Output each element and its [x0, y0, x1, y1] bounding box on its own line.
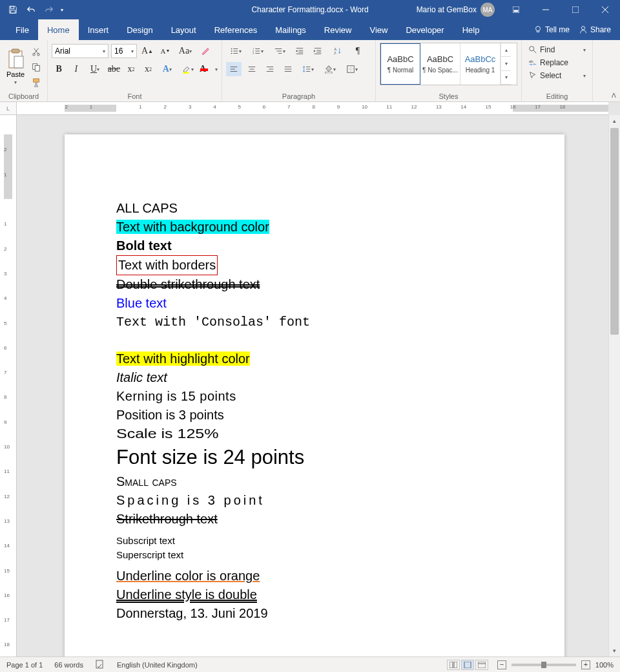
- tab-review[interactable]: Review: [315, 19, 361, 40]
- copy-button[interactable]: [30, 61, 43, 74]
- qat-customize-icon[interactable]: ▾: [61, 7, 63, 13]
- line-spacing[interactable]: Spacing is 3 point: [116, 491, 513, 510]
- line-italic[interactable]: Italic text: [116, 368, 513, 387]
- decrease-indent-button[interactable]: [292, 44, 307, 58]
- show-hide-button[interactable]: ¶: [350, 44, 366, 58]
- line-highlight[interactable]: Text with highlight color: [116, 352, 250, 366]
- paste-dropdown-icon[interactable]: ▾: [14, 79, 17, 85]
- spelling-check-icon[interactable]: [95, 660, 105, 670]
- line-fs24[interactable]: Font size is 24 points: [116, 443, 513, 472]
- line-blue[interactable]: Blue text: [116, 294, 513, 313]
- user-badge[interactable]: Mario at GemBox MA: [417, 3, 495, 17]
- paste-label[interactable]: Paste: [6, 70, 25, 78]
- tab-layout[interactable]: Layout: [162, 19, 205, 40]
- cut-button[interactable]: [30, 45, 43, 58]
- tab-developer[interactable]: Developer: [397, 19, 453, 40]
- web-layout-button[interactable]: [475, 660, 488, 670]
- scroll-up-button[interactable]: ▴: [609, 115, 620, 127]
- style-no-spacing[interactable]: AaBbC ¶ No Spac...: [420, 43, 460, 85]
- tab-file[interactable]: File: [6, 19, 38, 40]
- font-size-combo[interactable]: 16▾: [111, 44, 137, 58]
- styles-expand[interactable]: ▾: [501, 71, 511, 85]
- scroll-thumb[interactable]: [610, 128, 619, 335]
- document-scroll-area[interactable]: ALL CAPS Text with background color Bold…: [17, 115, 608, 656]
- line-strike[interactable]: Strikethrough text: [116, 510, 513, 529]
- zoom-thumb[interactable]: [541, 662, 546, 668]
- close-button[interactable]: [590, 0, 620, 19]
- language[interactable]: English (United Kingdom): [117, 661, 198, 669]
- find-button[interactable]: Find▾: [526, 44, 588, 56]
- tab-help[interactable]: Help: [453, 19, 489, 40]
- maximize-button[interactable]: [561, 0, 590, 19]
- select-button[interactable]: Select▾: [526, 70, 588, 81]
- styles-scroll-down[interactable]: ▾: [501, 57, 511, 70]
- line-consolas[interactable]: Text with 'Consolas' font: [116, 313, 513, 331]
- replace-button[interactable]: ab Replace: [526, 57, 588, 68]
- justify-button[interactable]: [280, 62, 296, 76]
- read-mode-button[interactable]: [447, 660, 460, 670]
- tab-mailings[interactable]: Mailings: [266, 19, 315, 40]
- minimize-button[interactable]: [531, 0, 561, 19]
- line-smallcaps[interactable]: Small caps: [116, 472, 513, 491]
- font-name-combo[interactable]: Arial▾: [52, 44, 108, 58]
- share-button[interactable]: Share: [579, 25, 611, 34]
- page-info[interactable]: Page 1 of 1: [6, 661, 43, 669]
- horizontal-ruler[interactable]: 21123456789101112131415161718: [17, 102, 608, 115]
- decrease-font-size-button[interactable]: A▼: [158, 44, 173, 58]
- bullets-button[interactable]: ▾: [226, 44, 245, 58]
- line-bg-color[interactable]: Text with background color: [116, 220, 269, 234]
- style-heading-1[interactable]: AaBbCc Heading 1: [460, 43, 501, 85]
- line-underline-orange[interactable]: Underline color is orange: [116, 567, 513, 585]
- bold-button[interactable]: B: [52, 62, 67, 76]
- numbering-button[interactable]: 123▾: [248, 44, 267, 58]
- align-right-button[interactable]: [262, 62, 278, 76]
- line-double-strike[interactable]: Double strikethrough text: [116, 275, 513, 294]
- strikethrough-button[interactable]: abc: [107, 62, 121, 76]
- line-kerning[interactable]: Kerning is 15 points: [116, 387, 513, 406]
- paste-icon[interactable]: [6, 48, 25, 69]
- tab-insert[interactable]: Insert: [79, 19, 118, 40]
- document-page[interactable]: ALL CAPS Text with background color Bold…: [65, 134, 564, 656]
- vertical-ruler[interactable]: 2112345678910111213141516171819: [0, 115, 17, 656]
- tell-me-search[interactable]: Tell me: [533, 25, 570, 34]
- undo-button[interactable]: [25, 3, 37, 16]
- font-color-button[interactable]: A▾: [200, 62, 218, 76]
- line-underline-double[interactable]: Underline style is double: [116, 585, 513, 604]
- print-layout-button[interactable]: [461, 660, 474, 670]
- highlight-button[interactable]: ▾: [179, 62, 197, 76]
- increase-indent-button[interactable]: [310, 44, 326, 58]
- ribbon-display-options-button[interactable]: [501, 0, 531, 19]
- subscript-button[interactable]: x2: [124, 62, 139, 76]
- tab-view[interactable]: View: [360, 19, 397, 40]
- line-position[interactable]: Position is 3 points: [116, 406, 513, 425]
- shading-button[interactable]: ▾: [320, 62, 340, 76]
- redo-button[interactable]: [43, 3, 56, 16]
- ruler-corner[interactable]: L: [0, 102, 17, 115]
- zoom-slider[interactable]: [512, 664, 576, 666]
- align-left-button[interactable]: [226, 62, 242, 76]
- tab-home[interactable]: Home: [38, 19, 79, 40]
- text-effects-button[interactable]: A▾: [158, 62, 176, 76]
- italic-button[interactable]: I: [69, 62, 84, 76]
- line-all-caps[interactable]: ALL CAPS: [116, 199, 513, 218]
- clear-formatting-button[interactable]: [198, 44, 213, 58]
- styles-scroll-up[interactable]: ▴: [501, 43, 511, 57]
- borders-button[interactable]: ▾: [342, 62, 362, 76]
- word-count[interactable]: 66 words: [54, 661, 83, 669]
- multilevel-list-button[interactable]: ▾: [270, 44, 289, 58]
- save-button[interactable]: [6, 3, 19, 16]
- tab-references[interactable]: References: [205, 19, 266, 40]
- line-date[interactable]: Donnerstag, 13. Juni 2019: [116, 604, 513, 623]
- zoom-level[interactable]: 100%: [595, 661, 614, 669]
- align-center-button[interactable]: [244, 62, 260, 76]
- collapse-ribbon-button[interactable]: ᐱ: [612, 92, 616, 99]
- line-scale[interactable]: Scale is 125%: [116, 425, 218, 443]
- line-borders[interactable]: Text with borders: [116, 255, 218, 275]
- line-subscript[interactable]: Subscript text: [116, 534, 513, 548]
- zoom-out-button[interactable]: −: [497, 660, 506, 669]
- tab-design[interactable]: Design: [118, 19, 161, 40]
- zoom-in-button[interactable]: +: [581, 660, 590, 669]
- superscript-button[interactable]: x2: [141, 62, 156, 76]
- increase-font-size-button[interactable]: A▲: [140, 44, 155, 58]
- sort-button[interactable]: AZ: [328, 44, 347, 58]
